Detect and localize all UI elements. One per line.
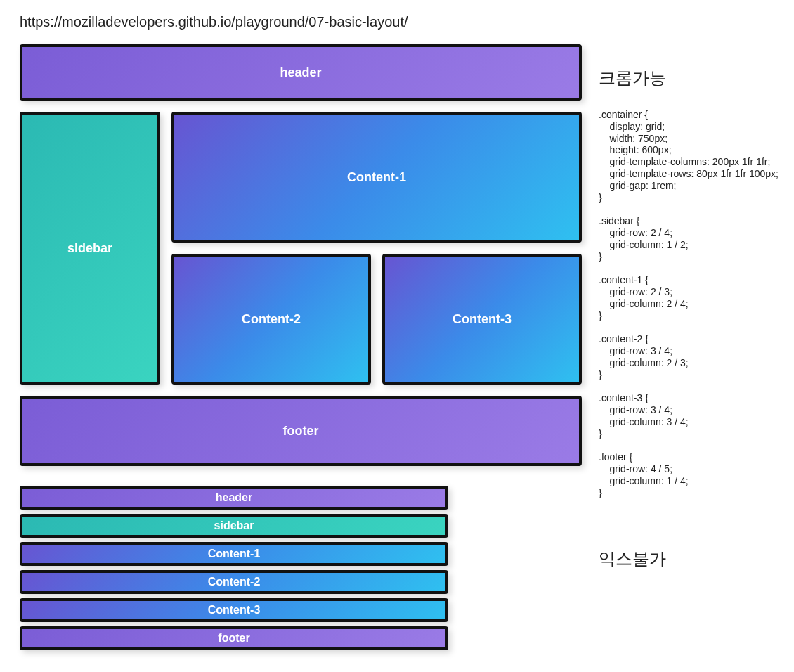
grid-sidebar: sidebar <box>20 112 160 385</box>
grid-footer: footer <box>20 396 582 466</box>
stack-content-3: Content-3 <box>20 598 448 622</box>
right-column: 크롬가능 .container { display: grid; width: … <box>599 44 779 570</box>
grid-content-3: Content-3 <box>382 254 582 385</box>
grid-header: header <box>20 44 582 101</box>
stacked-layout-demo: header sidebar Content-1 Content-2 Conte… <box>20 486 448 650</box>
grid-layout-demo: header sidebar Content-1 Content-2 Conte… <box>20 44 582 466</box>
page-url: https://mozilladevelopers.github.io/play… <box>20 14 774 30</box>
grid-content-1: Content-1 <box>171 112 582 243</box>
stack-header: header <box>20 486 448 510</box>
main-row: header sidebar Content-1 Content-2 Conte… <box>20 44 774 650</box>
grid-content-2: Content-2 <box>171 254 371 385</box>
stack-sidebar: sidebar <box>20 514 448 538</box>
section-title-chrome: 크롬가능 <box>599 67 779 89</box>
stack-content-2: Content-2 <box>20 570 448 594</box>
section-title-ie: 익스불가 <box>599 548 779 570</box>
stack-footer: footer <box>20 626 448 650</box>
left-column: header sidebar Content-1 Content-2 Conte… <box>20 44 582 650</box>
css-code-block: .container { display: grid; width: 750px… <box>599 109 779 498</box>
stack-content-1: Content-1 <box>20 542 448 566</box>
